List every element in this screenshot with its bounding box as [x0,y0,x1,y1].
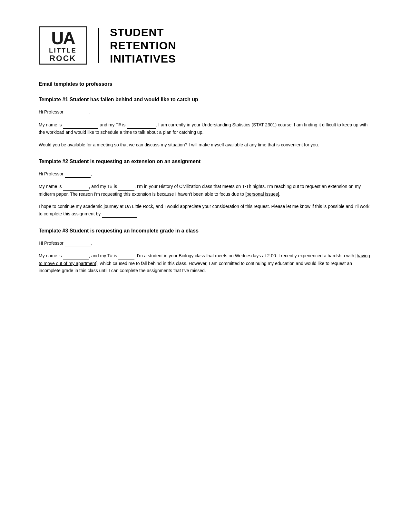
template-2-para1: My name is , and my T# is . I'm in your … [39,183,372,198]
template-3-greeting: Hi Professor , [39,240,372,247]
template-3-para1: My name is , and my T# is . I'm a studen… [39,252,372,274]
template-2-para2: I hope to continue my academic journey a… [39,203,372,218]
header: UA LITTLE ROCK STUDENT RETENTION INITIAT… [39,26,372,65]
template-3-title: Template #3 Student is requesting an Inc… [39,228,372,234]
svg-text:ROCK: ROCK [50,54,76,63]
template-1-name-blank [63,121,98,129]
template-1-greeting-text: Hi Professor [39,109,64,114]
template-2-title: Template #2 Student is requesting an ext… [39,159,372,164]
template-2-date-blank [102,210,137,218]
logo-divider [98,28,99,63]
template-1-tnum-blank [127,121,156,129]
template-2-section: Template #2 Student is requesting an ext… [39,159,372,218]
template-1-greeting-blank [64,108,89,116]
template-3-section: Template #3 Student is requesting an Inc… [39,228,372,274]
template-2-name-blank [63,183,89,190]
logo-text-right: STUDENT RETENTION INITIATIVES [110,26,176,65]
template-2-greeting: Hi Professor , [39,170,372,178]
template-1-greeting: Hi Professor , [39,108,372,116]
template-2-tnum-blank [118,183,134,190]
template-1-para1: My name is and my T# is . I am currently… [39,121,372,136]
template-3-greeting-blank [65,240,91,247]
svg-text:UA: UA [51,28,75,48]
template-1-section: Template #1 Student has fallen behind an… [39,97,372,148]
template-1-para2: Would you be available for a meeting so … [39,141,372,148]
template-1-title: Template #1 Student has fallen behind an… [39,97,372,103]
svg-text:LITTLE: LITTLE [49,47,77,54]
logo-student-label: STUDENT [110,26,176,39]
logo-retention-label: RETENTION [110,39,176,52]
template-2-greeting-blank [65,170,91,178]
template-3-name-blank [63,252,89,260]
logo-container: UA LITTLE ROCK STUDENT RETENTION INITIAT… [39,26,176,65]
template-2-personal-issues-link: [personal issues] [245,192,279,197]
logo-initiatives-label: INITIATIVES [110,52,176,65]
template-3-tnum-blank [118,252,134,260]
page-title: Email templates to professors [39,81,372,87]
ua-logo: UA LITTLE ROCK [39,26,87,65]
